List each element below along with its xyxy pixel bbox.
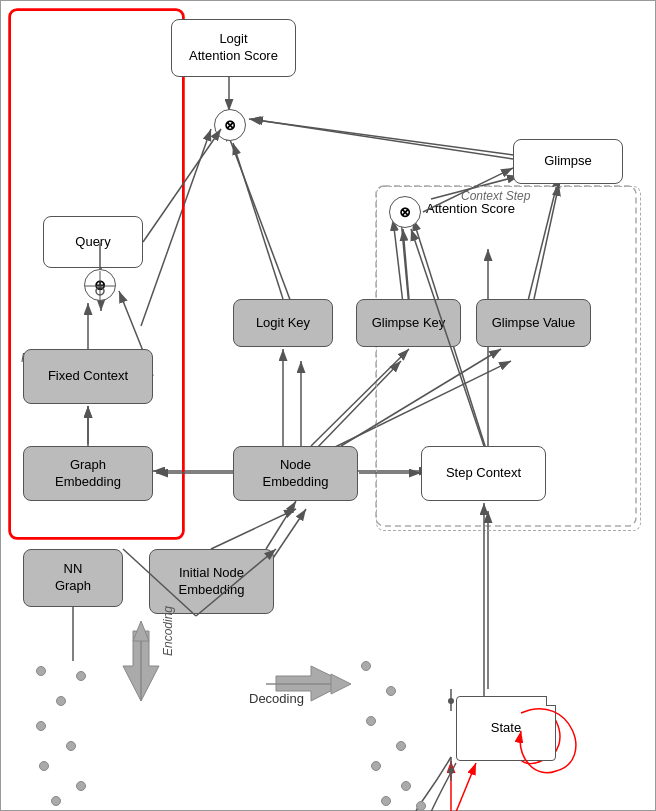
svg-point-28 — [448, 698, 454, 704]
nn-graph-box: NNGraph — [23, 549, 123, 607]
node-embedding-box: NodeEmbedding — [233, 446, 358, 501]
svg-line-48 — [251, 119, 513, 159]
dot-15 — [381, 796, 391, 806]
dot-7 — [76, 781, 86, 791]
state-box-fold — [546, 696, 556, 706]
dot-8 — [51, 796, 61, 806]
svg-line-15 — [211, 509, 296, 549]
dot-11 — [366, 716, 376, 726]
dot-9 — [361, 661, 371, 671]
decoding-arrow — [266, 669, 351, 699]
dot-4 — [36, 721, 46, 731]
encoding-label: Encoding — [161, 606, 175, 656]
logit-attention-score-box: LogitAttention Score — [171, 19, 296, 77]
glimpse-value-box: Glimpse Value — [476, 299, 591, 347]
svg-line-24 — [249, 119, 521, 156]
dot-13 — [371, 761, 381, 771]
attention-multiply-circle: ⊗ — [389, 196, 421, 228]
graph-embedding-box: GraphEmbedding — [23, 446, 153, 501]
svg-point-30 — [448, 768, 454, 774]
architecture-diagram: Context Step Fixed Context LogitAttentio… — [0, 0, 656, 811]
dot-6 — [39, 761, 49, 771]
svg-line-44 — [233, 143, 283, 299]
attention-score-label: Attention Score — [426, 201, 515, 216]
dot-2 — [56, 696, 66, 706]
plus-circle: ⊕ — [84, 269, 116, 301]
dot-10 — [386, 686, 396, 696]
state-box: State — [456, 696, 556, 761]
dot-5 — [66, 741, 76, 751]
initial-node-embedding-box: Initial NodeEmbedding — [149, 549, 274, 614]
logit-key-box: Logit Key — [233, 299, 333, 347]
dot-12 — [396, 741, 406, 751]
svg-line-52 — [266, 501, 296, 549]
dot-14 — [401, 781, 411, 791]
fixed-context-box: Fixed Context — [23, 349, 153, 404]
dot-3 — [76, 671, 86, 681]
dot-1 — [36, 666, 46, 676]
svg-marker-33 — [133, 621, 149, 701]
encoding-arrow — [121, 621, 161, 701]
query-box: Query — [43, 216, 143, 268]
glimpse-box: Glimpse — [513, 139, 623, 184]
dot-16 — [416, 801, 426, 811]
svg-line-54 — [456, 763, 476, 811]
logit-multiply-circle: ⊗ — [214, 109, 246, 141]
step-context-box: Step Context — [421, 446, 546, 501]
glimpse-key-box: Glimpse Key — [356, 299, 461, 347]
svg-marker-34 — [266, 674, 351, 694]
